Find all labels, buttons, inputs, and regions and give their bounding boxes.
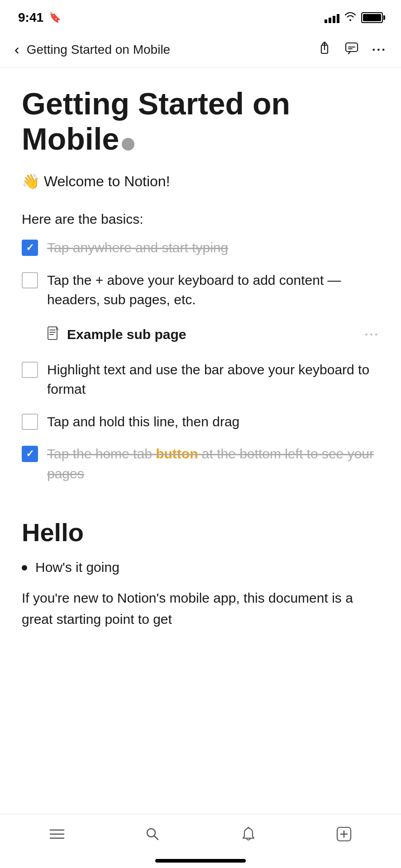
battery-fill bbox=[363, 14, 381, 21]
checklist-text-2: Tap the + above your keyboard to add con… bbox=[47, 270, 379, 310]
back-button[interactable]: ‹ bbox=[14, 41, 19, 58]
sub-page-title[interactable]: Example sub page bbox=[67, 327, 186, 342]
checklist-item-2: Tap the + above your keyboard to add con… bbox=[22, 270, 379, 310]
welcome-text: 👋 Welcome to Notion! bbox=[22, 173, 379, 190]
page-title: Getting Started onMobile bbox=[22, 86, 290, 156]
checklist-text-3: Highlight text and use the bar above you… bbox=[47, 360, 379, 399]
search-tab[interactable] bbox=[105, 827, 201, 845]
section-heading-hello: Hello bbox=[22, 518, 379, 547]
checklist-text-5: Tap the home tab button at the bottom le… bbox=[47, 444, 379, 483]
checklist: Tap anywhere and start typing Tap the + … bbox=[22, 238, 379, 496]
more-options-icon[interactable]: ··· bbox=[372, 42, 387, 57]
new-page-tab[interactable] bbox=[296, 826, 392, 845]
checkbox-1[interactable] bbox=[22, 240, 38, 256]
checklist-item-4: Tap and hold this line, then drag bbox=[22, 412, 379, 432]
notifications-tab[interactable] bbox=[200, 826, 296, 845]
status-left: 9:41 🔖 bbox=[18, 10, 61, 25]
home-indicator bbox=[155, 859, 246, 863]
orange-button-link[interactable]: button bbox=[156, 446, 198, 461]
signal-bar-1 bbox=[325, 19, 327, 23]
section-intro: Here are the basics: bbox=[22, 212, 379, 227]
page-content: Getting Started onMobile 👋 Welcome to No… bbox=[0, 68, 401, 711]
checkbox-5[interactable] bbox=[22, 446, 38, 462]
page-title-block: Getting Started onMobile bbox=[22, 86, 379, 156]
checklist-text-4: Tap and hold this line, then drag bbox=[47, 412, 379, 432]
wifi-icon bbox=[344, 11, 357, 24]
bullet-text-1: How's it going bbox=[35, 560, 119, 575]
bullet-dot-1 bbox=[22, 565, 27, 571]
checklist-item-1: Tap anywhere and start typing bbox=[22, 238, 379, 258]
signal-bar-4 bbox=[337, 14, 339, 23]
bullet-list: How's it going bbox=[22, 560, 379, 575]
checkbox-2[interactable] bbox=[22, 272, 38, 288]
nav-right: ··· bbox=[318, 41, 387, 58]
status-right bbox=[325, 11, 383, 24]
nav-title: Getting Started on Mobile bbox=[27, 42, 171, 57]
bullet-item-1: How's it going bbox=[22, 560, 379, 575]
battery-icon bbox=[361, 12, 383, 23]
nav-left: ‹ Getting Started on Mobile bbox=[14, 41, 170, 58]
sub-page-more-icon[interactable]: ··· bbox=[365, 327, 379, 342]
signal-bars bbox=[325, 12, 339, 23]
title-cursor-dot bbox=[122, 138, 134, 151]
menu-tab[interactable] bbox=[9, 827, 105, 844]
sub-page-left: Example sub page bbox=[47, 326, 186, 344]
comment-icon[interactable] bbox=[345, 41, 358, 58]
checkbox-3[interactable] bbox=[22, 362, 38, 378]
checklist-item-5: Tap the home tab button at the bottom le… bbox=[22, 444, 379, 483]
checklist-text-1: Tap anywhere and start typing bbox=[47, 238, 379, 258]
sub-page-doc-icon bbox=[47, 326, 60, 344]
body-text: If you're new to Notion's mobile app, th… bbox=[22, 588, 379, 630]
new-page-tab-icon bbox=[336, 826, 352, 845]
status-bar: 9:41 🔖 bbox=[0, 0, 401, 32]
sub-page-item[interactable]: Example sub page ··· bbox=[47, 322, 379, 347]
search-tab-icon bbox=[145, 827, 160, 845]
checkbox-4[interactable] bbox=[22, 414, 38, 430]
signal-bar-3 bbox=[333, 16, 335, 23]
bookmark-icon: 🔖 bbox=[49, 12, 61, 24]
checklist-item-3: Highlight text and use the bar above you… bbox=[22, 360, 379, 399]
notifications-tab-icon bbox=[242, 826, 255, 845]
share-icon[interactable] bbox=[318, 41, 331, 58]
nav-bar: ‹ Getting Started on Mobile ··· bbox=[0, 32, 401, 68]
signal-bar-2 bbox=[329, 18, 331, 23]
menu-tab-icon bbox=[49, 827, 65, 844]
status-time: 9:41 bbox=[18, 10, 43, 25]
svg-rect-2 bbox=[48, 327, 57, 340]
